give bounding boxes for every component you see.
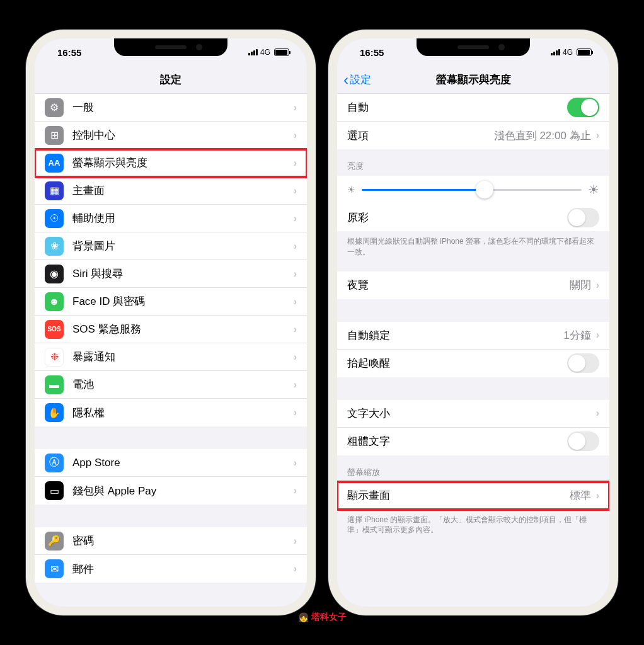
row-faceid-passcode[interactable]: ☻Face ID 與密碼›	[35, 288, 307, 316]
chevron-right-icon: ›	[294, 407, 297, 418]
chevron-right-icon: ›	[596, 280, 599, 291]
chevron-right-icon: ›	[294, 296, 297, 307]
row-nightshift[interactable]: 夜覽 關閉 ›	[337, 271, 609, 299]
status-right: 4G	[551, 48, 592, 57]
truetone-toggle[interactable]	[567, 208, 599, 227]
chevron-right-icon: ›	[596, 408, 599, 419]
row-general[interactable]: ⚙一般›	[35, 94, 307, 122]
display-brightness-label: 螢幕顯示與亮度	[72, 156, 294, 170]
row-textsize[interactable]: 文字大小 ›	[337, 400, 609, 428]
passwords-icon: 🔑	[45, 532, 64, 551]
row-display-brightness[interactable]: AA螢幕顯示與亮度›	[35, 149, 307, 177]
chevron-right-icon: ›	[294, 485, 297, 496]
view-footer: 選擇 iPhone 的顯示畫面。「放大」模式會顯示較大的控制項目，但「標準」模式…	[337, 510, 609, 539]
row-autolock[interactable]: 自動鎖定 1分鐘 ›	[337, 322, 609, 350]
nav-bar: 設定	[35, 66, 307, 94]
nightshift-value: 關閉	[570, 278, 591, 292]
bold-label: 粗體文字	[347, 434, 567, 448]
network-label: 4G	[563, 48, 573, 57]
auto-toggle[interactable]	[567, 98, 599, 117]
textsize-label: 文字大小	[347, 406, 596, 421]
raise-toggle[interactable]	[567, 353, 599, 373]
wallet-label: 錢包與 Apple Pay	[72, 484, 294, 498]
display-settings[interactable]: 自動 選項 淺色直到 22:00 為止 › 亮度 ☀ ☀ 原彩	[337, 94, 609, 607]
row-bold[interactable]: 粗體文字	[337, 428, 609, 455]
chevron-right-icon: ›	[294, 241, 297, 252]
wallpaper-icon: ❀	[45, 237, 64, 256]
chevron-right-icon: ›	[294, 213, 297, 224]
truetone-label: 原彩	[347, 210, 567, 225]
chevron-right-icon: ›	[294, 351, 297, 363]
options-label: 選項	[347, 128, 494, 143]
chevron-right-icon: ›	[294, 563, 297, 574]
signal-icon	[248, 49, 258, 55]
bold-toggle[interactable]	[567, 431, 599, 451]
raise-label: 抬起喚醒	[347, 356, 567, 370]
row-passwords[interactable]: 🔑密碼›	[35, 527, 307, 555]
mail-label: 郵件	[72, 562, 294, 576]
row-home-screen[interactable]: ▦主畫面›	[35, 177, 307, 205]
chevron-right-icon: ›	[596, 130, 599, 141]
notch	[114, 38, 227, 56]
chevron-right-icon: ›	[294, 185, 297, 197]
chevron-right-icon: ›	[596, 329, 599, 341]
settings-list[interactable]: ⚙一般›⊞控制中心›AA螢幕顯示與亮度›▦主畫面›☉輔助使用›❀背景圖片›◉Si…	[35, 94, 307, 607]
battery-icon	[577, 49, 592, 56]
nav-bar: ‹設定 螢幕顯示與亮度	[337, 66, 609, 94]
status-right: 4G	[248, 48, 289, 57]
brightness-slider-row: ☀ ☀	[337, 176, 609, 203]
page-title: 螢幕顯示與亮度	[436, 72, 511, 87]
row-view[interactable]: 顯示畫面 標準 ›	[337, 482, 609, 510]
brightness-slider[interactable]	[362, 189, 582, 191]
home-screen-label: 主畫面	[72, 183, 294, 198]
chevron-right-icon: ›	[596, 490, 599, 501]
phone-left: 16:55 4G 設定 ⚙一般›⊞控制中心›AA螢幕顯示與亮度›▦主畫面›☉輔助…	[26, 30, 316, 615]
screen-right: 16:55 4G ‹設定 螢幕顯示與亮度 自動 選項 淺色直到 22:00 為止…	[337, 38, 609, 607]
row-siri-search[interactable]: ◉Siri 與搜尋›	[35, 260, 307, 288]
sos-icon: SOS	[45, 320, 64, 339]
general-label: 一般	[72, 100, 294, 115]
screen-left: 16:55 4G 設定 ⚙一般›⊞控制中心›AA螢幕顯示與亮度›▦主畫面›☉輔助…	[35, 38, 307, 607]
row-wallpaper[interactable]: ❀背景圖片›	[35, 232, 307, 260]
chevron-right-icon: ›	[294, 102, 297, 113]
row-privacy[interactable]: ✋隱私權›	[35, 399, 307, 426]
auto-label: 自動	[347, 100, 567, 115]
row-app-store[interactable]: ⒶApp Store›	[35, 449, 307, 477]
row-exposure[interactable]: ❉暴露通知›	[35, 343, 307, 371]
privacy-icon: ✋	[45, 403, 64, 422]
back-button[interactable]: ‹設定	[343, 72, 371, 88]
chevron-right-icon: ›	[294, 535, 297, 547]
watermark: 塔科女子	[298, 612, 347, 623]
privacy-label: 隱私權	[72, 406, 294, 420]
faceid-passcode-icon: ☻	[45, 292, 64, 311]
autolock-value: 1分鐘	[563, 328, 590, 343]
row-truetone[interactable]: 原彩	[337, 203, 609, 231]
row-mail[interactable]: ✉郵件›	[35, 555, 307, 583]
signal-icon	[551, 49, 560, 55]
siri-search-icon: ◉	[45, 265, 64, 283]
control-center-label: 控制中心	[72, 128, 294, 142]
back-label: 設定	[350, 72, 371, 87]
exposure-icon: ❉	[45, 348, 64, 367]
row-sos[interactable]: SOSSOS 緊急服務›	[35, 316, 307, 343]
row-wallet[interactable]: ▭錢包與 Apple Pay›	[35, 477, 307, 505]
row-control-center[interactable]: ⊞控制中心›	[35, 122, 307, 149]
chevron-right-icon: ›	[294, 268, 297, 280]
sun-small-icon: ☀	[347, 185, 355, 195]
row-raise[interactable]: 抬起喚醒	[337, 350, 609, 377]
row-auto[interactable]: 自動	[337, 94, 609, 122]
row-options[interactable]: 選項 淺色直到 22:00 為止 ›	[337, 122, 609, 149]
display-brightness-icon: AA	[45, 154, 64, 173]
status-time: 16:55	[57, 47, 81, 58]
view-value: 標準	[570, 488, 591, 503]
chevron-right-icon: ›	[294, 130, 297, 141]
chevron-right-icon: ›	[294, 457, 297, 469]
app-store-label: App Store	[72, 457, 294, 469]
wallet-icon: ▭	[45, 481, 64, 500]
options-value: 淺色直到 22:00 為止	[494, 128, 591, 143]
wallpaper-label: 背景圖片	[72, 239, 294, 253]
general-icon: ⚙	[45, 98, 64, 117]
row-battery[interactable]: ▬電池›	[35, 371, 307, 399]
row-accessibility[interactable]: ☉輔助使用›	[35, 205, 307, 232]
chevron-right-icon: ›	[294, 324, 297, 335]
